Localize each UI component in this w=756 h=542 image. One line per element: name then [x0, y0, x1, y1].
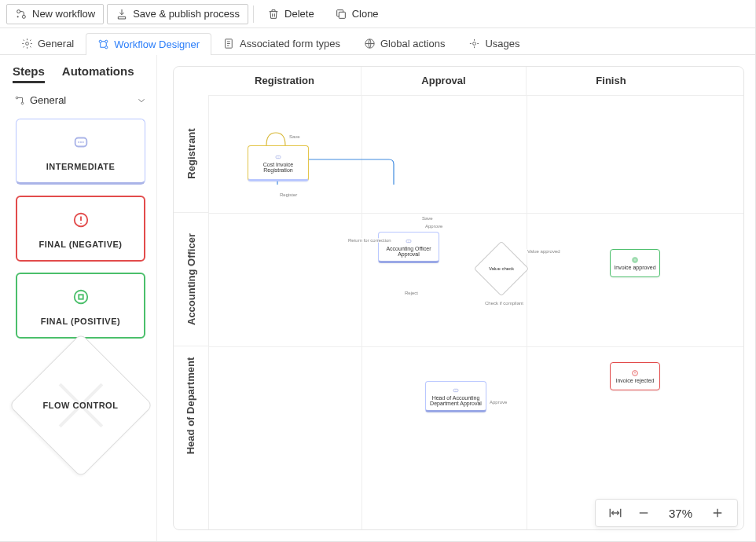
svg-point-26	[408, 240, 409, 241]
zoom-out-icon[interactable]	[637, 506, 651, 520]
edge-label-return: Return for correction	[347, 238, 393, 243]
palette-intermediate[interactable]: INTERMEDIATE	[16, 119, 145, 185]
edge-label-approve-1: Approve	[424, 224, 444, 229]
final-negative-icon	[72, 221, 90, 230]
node-rejected[interactable]: Invoice rejected	[610, 362, 660, 390]
gear-icon	[21, 38, 33, 49]
tab-usages[interactable]: Usages	[457, 32, 531, 54]
edge-label-value-approved: Value approved	[526, 249, 562, 254]
edge-label-register: Register	[278, 192, 299, 197]
svg-point-28	[409, 240, 410, 241]
designer-canvas-wrap: Registration Approval Finish Registrant …	[157, 55, 755, 541]
zoom-bar: 37%	[595, 499, 738, 527]
node-start-label: Cost Invoice Registration	[251, 162, 305, 173]
clone-label: Clone	[352, 8, 379, 20]
svg-point-14	[80, 141, 82, 143]
save-publish-button[interactable]: Save & publish process	[107, 4, 248, 24]
palette-final-positive-label: FINAL (POSITIVE)	[25, 317, 136, 326]
svg-point-30	[455, 390, 456, 390]
designer-canvas[interactable]: Registration Approval Finish Registrant …	[173, 66, 744, 530]
edge-label-check: Check if compliant	[483, 301, 525, 306]
svg-point-11	[21, 102, 24, 104]
section-general-label: General	[30, 94, 66, 106]
palette-intermediate-label: INTERMEDIATE	[24, 162, 137, 171]
tab-usages-label: Usages	[485, 38, 519, 49]
dots-icon	[274, 153, 282, 162]
toolbar-divider	[253, 5, 254, 23]
section-general[interactable]: General	[13, 93, 149, 108]
tab-general[interactable]: General	[9, 32, 86, 54]
palette-final-positive[interactable]: FINAL (POSITIVE)	[16, 273, 145, 339]
svg-point-6	[105, 40, 108, 42]
plus-flow-icon	[15, 8, 28, 20]
node-accounting-approval[interactable]: Accounting Officer Approval	[378, 232, 439, 263]
palette-final-negative[interactable]: FINAL (NEGATIVE)	[16, 196, 145, 262]
svg-point-9	[473, 42, 476, 46]
sidebar-tab-steps[interactable]: Steps	[13, 64, 45, 83]
tab-global-actions[interactable]: Global actions	[352, 32, 457, 54]
svg-rect-2	[339, 12, 345, 18]
intermediate-icon	[72, 143, 90, 152]
dots-icon	[405, 237, 413, 246]
svg-point-27	[409, 240, 409, 241]
svg-point-5	[105, 46, 108, 49]
svg-rect-19	[79, 295, 83, 299]
svg-point-33	[633, 258, 638, 263]
svg-point-15	[82, 141, 83, 143]
new-workflow-label: New workflow	[32, 8, 95, 20]
usages-icon	[468, 38, 480, 49]
sidebar-tab-automations[interactable]: Automations	[62, 64, 134, 83]
stop-icon	[631, 256, 639, 265]
svg-point-24	[279, 156, 280, 157]
save-publish-label: Save & publish process	[133, 8, 240, 20]
row-head-registrant: Registrant	[174, 95, 208, 213]
node-approved[interactable]: Invoice approved	[610, 249, 660, 277]
final-positive-icon	[72, 298, 90, 307]
node-hod-approval[interactable]: Head of Accounting Department Approval	[425, 381, 486, 412]
edge-label-save-1: Save	[288, 134, 302, 139]
tab-strip: General Workflow Designer Associated for…	[0, 28, 755, 55]
svg-point-3	[26, 42, 29, 46]
form-icon	[223, 38, 235, 49]
trash-icon	[267, 8, 280, 20]
col-head-finish: Finish	[527, 67, 695, 95]
svg-point-17	[80, 223, 81, 224]
edge-label-approve-2: Approve	[488, 400, 508, 405]
tab-designer-label: Workflow Designer	[114, 38, 200, 50]
svg-point-0	[17, 9, 20, 13]
palette-flow-control[interactable]: FLOW CONTROL	[30, 354, 132, 456]
delete-button[interactable]: Delete	[259, 4, 323, 24]
edge-label-save-2: Save	[420, 216, 435, 221]
palette-sidebar: Steps Automations General INTERMEDIATE F…	[0, 55, 157, 541]
node-approved-label: Invoice approved	[614, 265, 655, 270]
sidebar-tabs: Steps Automations	[13, 64, 149, 83]
palette-flow-control-label: FLOW CONTROL	[43, 401, 119, 410]
edge-label-reject-1: Reject	[403, 291, 420, 295]
zoom-in-icon[interactable]	[710, 506, 725, 520]
node-gateway[interactable]: Value check	[482, 249, 521, 288]
svg-point-18	[74, 291, 87, 304]
action-toolbar: New workflow Save & publish process Dele…	[0, 0, 755, 28]
tab-workflow-designer[interactable]: Workflow Designer	[86, 33, 211, 55]
svg-point-4	[99, 40, 101, 42]
svg-point-13	[78, 141, 79, 143]
globe-icon	[364, 38, 376, 49]
svg-rect-34	[634, 259, 637, 262]
save-publish-icon	[116, 8, 128, 20]
svg-point-10	[16, 97, 18, 99]
node-start[interactable]: Cost Invoice Registration	[248, 145, 309, 181]
tab-forms-label: Associated form types	[240, 38, 340, 49]
col-head-registration: Registration	[208, 67, 361, 95]
svg-point-1	[22, 15, 25, 18]
svg-point-22	[277, 156, 278, 157]
tab-general-label: General	[38, 38, 74, 49]
clone-button[interactable]: Clone	[326, 4, 387, 24]
tab-associated-forms[interactable]: Associated form types	[211, 32, 352, 54]
dots-icon	[452, 386, 460, 395]
tab-globals-label: Global actions	[380, 38, 445, 49]
new-workflow-button[interactable]: New workflow	[6, 4, 104, 24]
fit-width-icon[interactable]	[608, 506, 622, 520]
node-rejected-label: Invoice rejected	[615, 378, 654, 383]
chevron-down-icon	[136, 95, 147, 106]
svg-point-36	[635, 374, 636, 375]
